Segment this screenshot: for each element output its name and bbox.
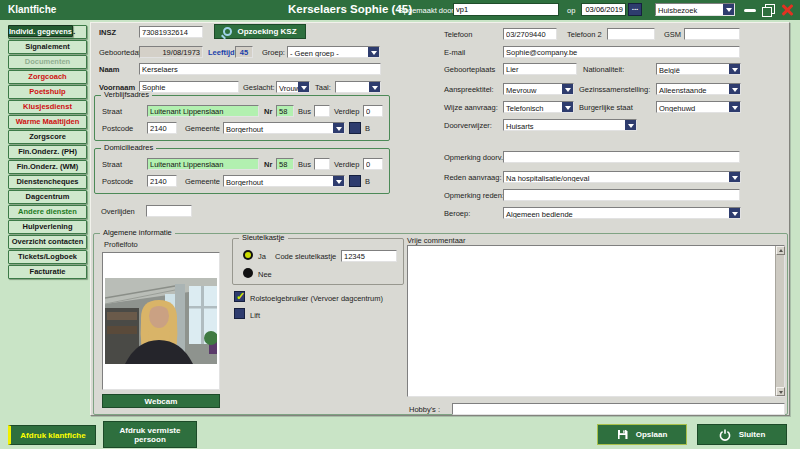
opmerking-doorv-input[interactable]	[503, 151, 740, 163]
straat-input[interactable]	[147, 105, 259, 117]
verblijfsadres-title: Verblijfsadres	[101, 91, 152, 99]
sidebar-item-signalement[interactable]: Signalement	[8, 40, 87, 54]
vrije-commentaar-textarea[interactable]	[408, 246, 774, 396]
opgemaakt-door-input[interactable]	[453, 3, 559, 16]
burgerlijke-staat-select[interactable]: Ongehuwd	[656, 101, 741, 113]
geslacht-label: Geslacht:	[243, 83, 275, 92]
sidebar-item-facturatie[interactable]: Facturatie	[8, 265, 87, 279]
wijze-aanvraag-select[interactable]: Telefonisch	[503, 101, 574, 113]
taal-select[interactable]	[335, 81, 381, 93]
verdiep-input[interactable]	[363, 105, 383, 117]
sidebar-item-poetshulp[interactable]: Poetshulp	[8, 85, 87, 99]
reden-aanvraag-value: Na hospitalisatie/ongeval	[504, 172, 729, 182]
afdruk-vermiste-persoon-button[interactable]: Afdruk vermiste persoon	[103, 421, 197, 448]
date-browse-button[interactable]: ...	[628, 3, 642, 16]
gezinssamenstelling-label: Gezinssamenstelling:	[579, 85, 650, 94]
minimize-icon[interactable]	[744, 9, 756, 12]
sleutelkastje-nee-label: Nee	[258, 270, 272, 279]
email-input[interactable]	[503, 46, 740, 58]
voornaam-input[interactable]	[139, 81, 239, 93]
geslacht-select[interactable]: Vrouw	[276, 81, 310, 93]
postcode-input[interactable]	[147, 175, 177, 187]
rolstoelgebruiker-checkbox[interactable]	[234, 291, 245, 302]
opmerking-reden-input[interactable]	[503, 189, 740, 201]
sidebar-item-dienstencheques[interactable]: Dienstencheques	[8, 175, 87, 189]
scrollbar[interactable]	[775, 246, 784, 396]
sidebar-item-overzicht-contacten[interactable]: Overzicht contacten	[8, 235, 87, 249]
vrije-commentaar-box	[407, 245, 785, 397]
close-icon[interactable]	[780, 3, 794, 17]
gemeente-lookup-button[interactable]	[349, 175, 361, 187]
code-sleutelkastje-input[interactable]	[341, 250, 397, 262]
sidebar-item-tickets-logboek[interactable]: Tickets/Logboek	[8, 250, 87, 264]
nationaliteit-value: België	[657, 64, 729, 74]
gsm-input[interactable]	[684, 28, 740, 40]
insz-input[interactable]	[139, 26, 203, 38]
gezinssamenstelling-select[interactable]: Alleenstaande	[656, 83, 741, 95]
code-sleutelkastje-label: Code sleutelkastje	[275, 252, 336, 261]
sidebar-item-klusjesdienst[interactable]: Klusjesdienst	[8, 100, 87, 114]
nr-input[interactable]	[276, 158, 294, 170]
sidebar-item-warme-maaltijden[interactable]: Warme Maaltijden	[8, 115, 87, 129]
sidebar-item-hulpverlening[interactable]: Hulpverlening	[8, 220, 87, 234]
verdiep-input[interactable]	[363, 158, 383, 170]
chevron-down-icon	[729, 172, 740, 182]
opzoeking-ksz-button[interactable]: Opzoeking KSZ	[214, 24, 306, 39]
nationaliteit-select[interactable]: België	[656, 63, 741, 75]
opmerking-reden-label: Opmerking reden:	[444, 191, 504, 200]
gemeente-select[interactable]: Borgerhout	[223, 122, 345, 134]
restore-icon[interactable]	[762, 4, 774, 16]
straat-input[interactable]	[147, 158, 259, 170]
doorverwijzer-select[interactable]: Huisarts	[503, 119, 637, 131]
groep-select[interactable]: - Geen groep -	[287, 46, 380, 58]
sidebar-item-dagcentrum[interactable]: Dagcentrum	[8, 190, 87, 204]
bus-input[interactable]	[314, 105, 330, 117]
afdruk-klantfiche-button[interactable]: Afdruk klantfiche	[8, 425, 96, 445]
afdruk-vermiste-persoon-label: Afdruk vermiste persoon	[112, 426, 188, 444]
verdiep-label: Verdiep	[334, 160, 359, 169]
sleutelkastje-ja-radio[interactable]	[243, 250, 253, 260]
sluiten-button[interactable]: Sluiten	[697, 424, 787, 445]
webcam-button[interactable]: Webcam	[102, 394, 220, 408]
beroep-select[interactable]: Algemeen bediende	[503, 207, 741, 219]
b-label: B	[365, 177, 370, 186]
opslaan-label: Opslaan	[636, 430, 668, 439]
sidebar-item-individ-gegevens[interactable]: Individ. gegevens	[8, 25, 73, 37]
geboorteplaats-label: Geboorteplaats	[444, 65, 495, 74]
geboorteplaats-input[interactable]	[503, 63, 577, 75]
telefoon-input[interactable]	[503, 28, 557, 40]
scroll-down-icon[interactable]	[776, 387, 785, 396]
sidebar-item-zorgcoach[interactable]: Zorgcoach	[8, 70, 87, 84]
sidebar-item-fin-onderz-wm[interactable]: Fin.Onderz. (WM)	[8, 160, 87, 174]
bus-label: Bus	[298, 160, 311, 169]
scroll-up-icon[interactable]	[776, 246, 785, 255]
naam-input[interactable]	[139, 63, 381, 75]
reden-aanvraag-select[interactable]: Na hospitalisatie/ongeval	[503, 171, 741, 183]
bus-input[interactable]	[314, 158, 330, 170]
chevron-down-icon	[723, 4, 734, 15]
hobbys-input[interactable]	[452, 403, 785, 415]
client-title: Kerselaers Sophie (45)	[288, 3, 412, 15]
visit-type-value: Huisbezoek	[656, 4, 723, 15]
verdiep-label: Verdiep	[334, 107, 359, 116]
lift-checkbox[interactable]	[234, 308, 245, 319]
postcode-input[interactable]	[147, 122, 177, 134]
sidebar-item-zorgscore[interactable]: Zorgscore	[8, 130, 87, 144]
sidebar-item-fin-onderz-ph[interactable]: Fin.Onderz. (PH)	[8, 145, 87, 159]
aanspreektitel-value: Mevrouw	[504, 84, 562, 94]
overlijden-input[interactable]	[146, 205, 192, 217]
geboortedatum-input	[139, 46, 203, 58]
sidebar-item-documenten: Documenten	[8, 55, 87, 69]
aanspreektitel-select[interactable]: Mevrouw	[503, 83, 574, 95]
gemeente-select[interactable]: Borgerhout	[223, 175, 345, 187]
sidebar-item-andere-diensten[interactable]: Andere diensten	[8, 205, 87, 219]
visit-type-select[interactable]: Huisbezoek	[655, 3, 735, 16]
opslaan-button[interactable]: Opslaan	[597, 424, 687, 445]
gemeente-lookup-button[interactable]	[349, 122, 361, 134]
nr-input[interactable]	[276, 105, 294, 117]
telefoon2-input[interactable]	[607, 28, 655, 40]
aanspreektitel-label: Aanspreektitel:	[444, 85, 494, 94]
date-input[interactable]	[581, 3, 626, 16]
sleutelkastje-nee-radio[interactable]	[243, 268, 253, 278]
gezinssamenstelling-value: Alleenstaande	[657, 84, 729, 94]
